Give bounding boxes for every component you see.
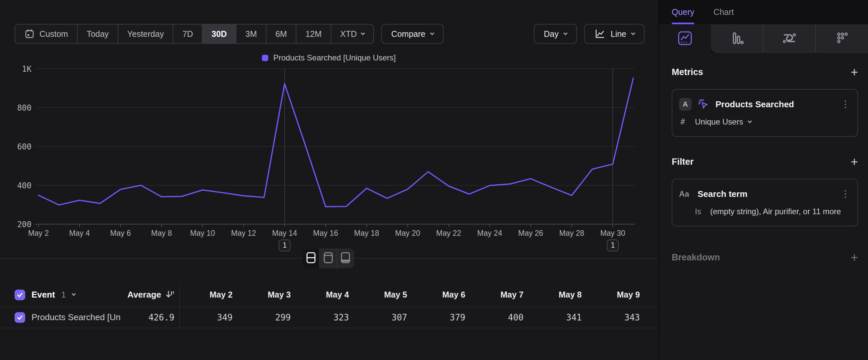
add-metric-button[interactable]: + [851,67,858,77]
line-chart[interactable]: 2004006008001K11May 2May 4May 6May 8May … [0,50,658,266]
layout-chart-button[interactable] [319,248,337,268]
range-label: XTD [340,29,357,39]
average-header-cell[interactable]: Average [99,283,175,307]
retention-tab[interactable] [815,24,868,53]
kebab-menu-icon[interactable]: ⋮ [841,100,850,109]
day-value-cell: 379 [412,307,471,328]
interval-button[interactable]: Day [534,24,577,44]
x-tick-label: May 20 [395,229,420,238]
x-tick-label: May 30 [600,229,625,238]
chevron-down-icon[interactable] [748,119,752,123]
table-view-icon [341,252,350,265]
chart-type-label: Line [611,29,626,39]
tab-chart-label: Chart [713,7,734,17]
interval-label: Day [544,29,558,39]
day-value-cell: 343 [587,307,646,328]
day-column-header[interactable]: May 6 [412,283,471,307]
day-column-header[interactable]: May 7 [471,283,529,307]
range-12m-button[interactable]: 12M [296,25,331,43]
x-tick-label: May 2 [28,229,49,238]
average-value: 426.9 [149,312,175,323]
event-click-icon [698,98,710,110]
metrics-section-head: Metrics + [672,67,858,77]
flows-icon [781,30,797,48]
range-xtd-button[interactable]: XTD [331,25,373,43]
range-label: Yesterday [127,29,164,39]
chevron-down-icon [430,31,434,35]
range-3m-button[interactable]: 3M [236,25,266,43]
day-column-header[interactable]: May 3 [238,283,297,307]
range-custom-button[interactable]: Custom [15,25,77,43]
x-tick-label: May 6 [110,229,131,238]
layout-table-button[interactable] [337,248,354,268]
flows-tab[interactable] [763,24,816,53]
series-checkbox[interactable] [14,312,25,323]
range-30d-button[interactable]: 30D [202,25,236,43]
table-row[interactable]: Products Searched [Un... 426.9 349299323… [0,307,658,328]
range-label: 6M [276,29,287,39]
tab-chart[interactable]: Chart [713,0,734,24]
filter-card-row: Aa Search term ⋮ [679,187,850,201]
range-yesterday-button[interactable]: Yesterday [118,25,173,43]
funnels-tab[interactable] [711,24,763,53]
sort-descending-icon[interactable] [165,289,175,300]
tab-query[interactable]: Query [672,0,694,24]
tab-query-label: Query [672,7,694,17]
x-tick-label: May 14 [272,229,298,238]
column-divider [179,283,180,328]
dot-grid-icon [835,31,850,47]
metrics-heading: Metrics [672,67,703,77]
analysis-tab-group [711,24,868,53]
number-sign-icon: # [679,117,695,127]
day-value-cell: 323 [296,307,354,328]
kebab-menu-icon[interactable]: ⋮ [841,189,850,199]
y-tick-label: 400 [17,181,31,190]
x-tick-label: May 16 [313,229,338,238]
range-6m-button[interactable]: 6M [266,25,296,43]
aggregation-label: Unique Users [695,117,743,127]
day-column-header[interactable]: May 8 [529,283,587,307]
panel-body: Metrics + A Products Searched ⋮ [659,53,868,360]
day-column-header[interactable]: May 5 [354,283,413,307]
day-column-header[interactable]: May 2 [180,283,238,307]
metric-card[interactable]: A Products Searched ⋮ # Unique Users [672,89,858,137]
layout-split-button[interactable] [302,248,319,268]
x-tick-label: May 18 [354,229,379,238]
metric-card-row: A Products Searched ⋮ [679,98,850,111]
calendar-icon [24,29,35,39]
breakdown-heading: Breakdown [672,252,720,263]
compare-button[interactable]: Compare [381,24,444,44]
app-root: CustomTodayYesterday7D30D3M6M12MXTD Comp… [0,0,868,360]
day-column-header[interactable]: May 4 [296,283,354,307]
select-all-checkbox[interactable] [14,289,25,300]
range-label: 7D [182,29,193,39]
x-tick-label: May 12 [231,229,256,238]
y-tick-label: 600 [17,142,31,151]
x-tick-label: May 8 [151,229,172,238]
chevron-down-icon[interactable] [72,292,76,296]
y-tick-label: 200 [17,220,31,229]
range-7d-button[interactable]: 7D [173,25,202,43]
range-today-button[interactable]: Today [77,25,118,43]
filter-card[interactable]: Aa Search term ⋮ Is (empty string), Air … [672,179,858,226]
results-table: Event 1 Average May 2May 3May 4May 5May … [0,283,658,328]
filter-value: (empty string), Air purifier, or 11 more [710,207,841,216]
x-tick-label: May 22 [436,229,461,238]
add-filter-button[interactable]: + [851,157,858,166]
range-label: 3M [245,29,257,39]
range-label: Custom [39,29,68,39]
range-label: Today [87,29,109,39]
x-tick-label: May 26 [518,229,543,238]
bar-chart-icon [729,31,744,47]
metric-aggregation-row[interactable]: # Unique Users [679,116,850,128]
insights-tab[interactable] [659,24,711,53]
filter-condition-row[interactable]: Is (empty string), Air purifier, or 11 m… [679,206,850,217]
day-column-header[interactable]: May 9 [587,283,646,307]
layout-switcher [302,248,354,268]
add-breakdown-button[interactable]: + [851,253,858,262]
average-value-cell: 426.9 [99,307,175,328]
annotation-badge-label: 1 [282,241,287,249]
chart-type-button[interactable]: Line [584,24,645,44]
filter-operator: Is [695,207,710,216]
filter-property-name: Search term [698,189,835,199]
